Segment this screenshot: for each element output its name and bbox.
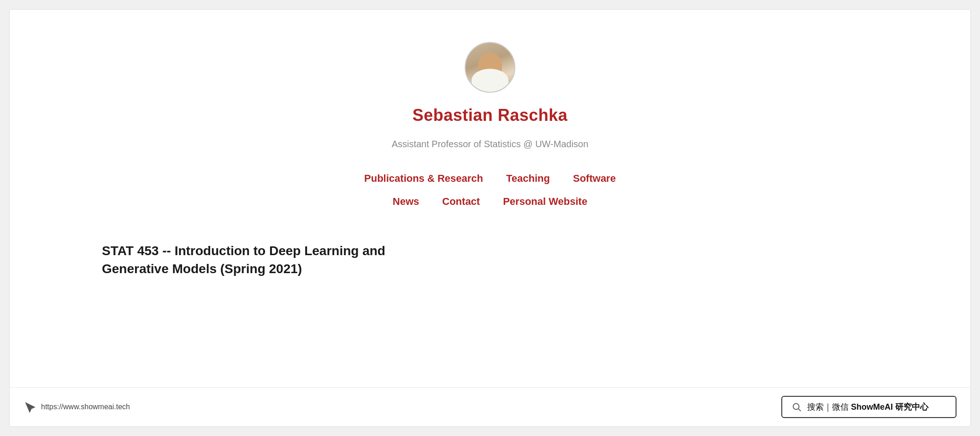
profile-name: Sebastian Raschka bbox=[413, 106, 568, 125]
search-widget[interactable]: 搜索｜微信 ShowMeAI 研究中心 bbox=[781, 396, 956, 418]
url-text: https://www.showmeai.tech bbox=[41, 403, 130, 411]
nav-software[interactable]: Software bbox=[573, 173, 616, 185]
search-label: 搜索｜微信 ShowMeAI 研究中心 bbox=[807, 401, 928, 412]
avatar-image bbox=[466, 43, 514, 92]
profile-subtitle: Assistant Professor of Statistics @ UW-M… bbox=[392, 139, 589, 149]
nav-contact[interactable]: Contact bbox=[442, 196, 480, 208]
cursor-icon bbox=[24, 400, 36, 413]
nav-news[interactable]: News bbox=[393, 196, 419, 208]
svg-line-1 bbox=[798, 409, 801, 411]
nav-publications-research[interactable]: Publications & Research bbox=[364, 173, 483, 185]
nav-personal-website[interactable]: Personal Website bbox=[503, 196, 587, 208]
profile-section: Sebastian Raschka Assistant Professor of… bbox=[10, 28, 970, 219]
avatar bbox=[465, 42, 515, 93]
url-section: https://www.showmeai.tech bbox=[24, 400, 130, 413]
search-brand: ShowMeAI 研究中心 bbox=[851, 402, 928, 412]
svg-point-0 bbox=[793, 404, 799, 410]
nav-teaching[interactable]: Teaching bbox=[506, 173, 550, 185]
nav-row-2: News Contact Personal Website bbox=[393, 196, 587, 208]
page-card: Sebastian Raschka Assistant Professor of… bbox=[9, 9, 971, 427]
search-icon bbox=[791, 402, 802, 412]
nav-row-1: Publications & Research Teaching Softwar… bbox=[364, 173, 616, 185]
main-content: STAT 453 -- Introduction to Deep Learnin… bbox=[10, 219, 970, 278]
course-title: STAT 453 -- Introduction to Deep Learnin… bbox=[102, 242, 425, 278]
bottom-bar: https://www.showmeai.tech 搜索｜微信 ShowMeAI… bbox=[10, 387, 970, 426]
